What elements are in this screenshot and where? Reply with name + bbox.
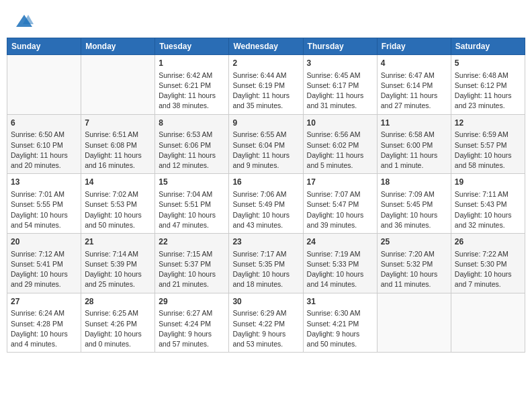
- calendar-cell: 29Sunrise: 6:27 AM Sunset: 4:24 PM Dayli…: [155, 293, 229, 353]
- day-info: Sunrise: 7:11 AM Sunset: 5:43 PM Dayligh…: [455, 189, 521, 230]
- day-info: Sunrise: 6:58 AM Sunset: 6:00 PM Dayligh…: [381, 130, 447, 171]
- day-number: 20: [11, 236, 77, 248]
- calendar-cell: 23Sunrise: 7:17 AM Sunset: 5:35 PM Dayli…: [229, 234, 303, 293]
- day-info: Sunrise: 6:47 AM Sunset: 6:14 PM Dayligh…: [381, 71, 447, 111]
- calendar-cell: 13Sunrise: 7:01 AM Sunset: 5:55 PM Dayli…: [7, 174, 81, 234]
- day-info: Sunrise: 6:44 AM Sunset: 6:19 PM Dayligh…: [232, 71, 299, 111]
- day-info: Sunrise: 6:50 AM Sunset: 6:10 PM Dayligh…: [11, 130, 77, 171]
- day-info: Sunrise: 6:45 AM Sunset: 6:17 PM Dayligh…: [307, 71, 373, 111]
- calendar-cell: 5Sunrise: 6:48 AM Sunset: 6:12 PM Daylig…: [451, 55, 525, 115]
- day-header-wednesday: Wednesday: [229, 38, 303, 55]
- day-number: 31: [307, 296, 373, 308]
- calendar-cell: 2Sunrise: 6:44 AM Sunset: 6:19 PM Daylig…: [229, 55, 303, 115]
- day-info: Sunrise: 7:17 AM Sunset: 5:35 PM Dayligh…: [232, 249, 299, 290]
- calendar-week-row: 27Sunrise: 6:24 AM Sunset: 4:28 PM Dayli…: [7, 293, 525, 353]
- day-number: 6: [11, 118, 77, 129]
- day-header-tuesday: Tuesday: [155, 38, 229, 55]
- calendar-cell: 1Sunrise: 6:42 AM Sunset: 6:21 PM Daylig…: [155, 55, 229, 115]
- logo-line1: [13, 12, 34, 31]
- day-number: 2: [232, 58, 299, 69]
- day-number: 29: [159, 296, 225, 308]
- day-info: Sunrise: 7:02 AM Sunset: 5:53 PM Dayligh…: [85, 189, 151, 230]
- page-header: [7, 7, 525, 34]
- day-info: Sunrise: 7:07 AM Sunset: 5:47 PM Dayligh…: [307, 189, 373, 230]
- day-number: 8: [159, 118, 225, 129]
- calendar-cell: 15Sunrise: 7:04 AM Sunset: 5:51 PM Dayli…: [155, 174, 229, 234]
- day-header-sunday: Sunday: [7, 38, 81, 55]
- day-number: 24: [307, 236, 373, 248]
- day-number: 4: [381, 58, 447, 69]
- day-number: 21: [85, 236, 151, 248]
- day-info: Sunrise: 6:24 AM Sunset: 4:28 PM Dayligh…: [11, 308, 77, 349]
- calendar-cell: 11Sunrise: 6:58 AM Sunset: 6:00 PM Dayli…: [377, 114, 451, 174]
- calendar-cell: 16Sunrise: 7:06 AM Sunset: 5:49 PM Dayli…: [229, 174, 303, 234]
- day-number: 23: [232, 236, 299, 248]
- day-info: Sunrise: 6:30 AM Sunset: 4:21 PM Dayligh…: [307, 308, 373, 349]
- calendar-cell: 25Sunrise: 7:20 AM Sunset: 5:32 PM Dayli…: [377, 234, 451, 293]
- calendar-cell: 4Sunrise: 6:47 AM Sunset: 6:14 PM Daylig…: [377, 55, 451, 115]
- calendar-table: SundayMondayTuesdayWednesdayThursdayFrid…: [7, 38, 525, 353]
- day-info: Sunrise: 6:53 AM Sunset: 6:06 PM Dayligh…: [159, 130, 225, 171]
- day-info: Sunrise: 7:01 AM Sunset: 5:55 PM Dayligh…: [11, 189, 77, 230]
- day-info: Sunrise: 6:56 AM Sunset: 6:02 PM Dayligh…: [307, 130, 373, 171]
- day-number: 17: [307, 177, 373, 188]
- calendar-cell: 18Sunrise: 7:09 AM Sunset: 5:45 PM Dayli…: [377, 174, 451, 234]
- calendar-week-row: 13Sunrise: 7:01 AM Sunset: 5:55 PM Dayli…: [7, 174, 525, 234]
- calendar-cell: 30Sunrise: 6:29 AM Sunset: 4:22 PM Dayli…: [229, 293, 303, 353]
- day-header-monday: Monday: [81, 38, 155, 55]
- day-info: Sunrise: 6:48 AM Sunset: 6:12 PM Dayligh…: [455, 71, 521, 111]
- calendar-cell: 12Sunrise: 6:59 AM Sunset: 5:57 PM Dayli…: [451, 114, 525, 174]
- logo-icon: [15, 12, 34, 31]
- day-header-friday: Friday: [377, 38, 451, 55]
- day-number: 27: [11, 296, 77, 308]
- day-number: 7: [85, 118, 151, 129]
- day-info: Sunrise: 7:12 AM Sunset: 5:41 PM Dayligh…: [11, 249, 77, 290]
- day-info: Sunrise: 6:29 AM Sunset: 4:22 PM Dayligh…: [232, 308, 299, 349]
- day-header-saturday: Saturday: [451, 38, 525, 55]
- calendar-cell: 7Sunrise: 6:51 AM Sunset: 6:08 PM Daylig…: [81, 114, 155, 174]
- day-number: 19: [455, 177, 521, 188]
- calendar-cell: 31Sunrise: 6:30 AM Sunset: 4:21 PM Dayli…: [303, 293, 377, 353]
- calendar-cell: 10Sunrise: 6:56 AM Sunset: 6:02 PM Dayli…: [303, 114, 377, 174]
- day-info: Sunrise: 7:14 AM Sunset: 5:39 PM Dayligh…: [85, 249, 151, 290]
- calendar-cell: 28Sunrise: 6:25 AM Sunset: 4:26 PM Dayli…: [81, 293, 155, 353]
- day-number: 28: [85, 296, 151, 308]
- day-number: 13: [11, 177, 77, 188]
- calendar-cell: [81, 55, 155, 115]
- day-header-thursday: Thursday: [303, 38, 377, 55]
- day-info: Sunrise: 7:22 AM Sunset: 5:30 PM Dayligh…: [455, 249, 521, 290]
- calendar-cell: 20Sunrise: 7:12 AM Sunset: 5:41 PM Dayli…: [7, 234, 81, 293]
- calendar-cell: 17Sunrise: 7:07 AM Sunset: 5:47 PM Dayli…: [303, 174, 377, 234]
- day-number: 9: [232, 118, 299, 129]
- calendar-cell: 27Sunrise: 6:24 AM Sunset: 4:28 PM Dayli…: [7, 293, 81, 353]
- day-info: Sunrise: 7:04 AM Sunset: 5:51 PM Dayligh…: [159, 189, 225, 230]
- calendar-cell: [377, 293, 451, 353]
- calendar-week-row: 6Sunrise: 6:50 AM Sunset: 6:10 PM Daylig…: [7, 114, 525, 174]
- day-number: 18: [381, 177, 447, 188]
- day-info: Sunrise: 6:25 AM Sunset: 4:26 PM Dayligh…: [85, 308, 151, 349]
- day-number: 12: [455, 118, 521, 129]
- day-info: Sunrise: 6:55 AM Sunset: 6:04 PM Dayligh…: [232, 130, 299, 171]
- calendar-cell: 26Sunrise: 7:22 AM Sunset: 5:30 PM Dayli…: [451, 234, 525, 293]
- calendar-header-row: SundayMondayTuesdayWednesdayThursdayFrid…: [7, 38, 525, 55]
- calendar-cell: [7, 55, 81, 115]
- day-number: 10: [307, 118, 373, 129]
- calendar-cell: 8Sunrise: 6:53 AM Sunset: 6:06 PM Daylig…: [155, 114, 229, 174]
- day-info: Sunrise: 7:09 AM Sunset: 5:45 PM Dayligh…: [381, 189, 447, 230]
- day-number: 16: [232, 177, 299, 188]
- day-info: Sunrise: 7:06 AM Sunset: 5:49 PM Dayligh…: [232, 189, 299, 230]
- day-number: 30: [232, 296, 299, 308]
- calendar-week-row: 1Sunrise: 6:42 AM Sunset: 6:21 PM Daylig…: [7, 55, 525, 115]
- calendar-week-row: 20Sunrise: 7:12 AM Sunset: 5:41 PM Dayli…: [7, 234, 525, 293]
- day-info: Sunrise: 6:59 AM Sunset: 5:57 PM Dayligh…: [455, 130, 521, 171]
- day-number: 5: [455, 58, 521, 69]
- day-number: 1: [159, 58, 225, 69]
- day-info: Sunrise: 6:51 AM Sunset: 6:08 PM Dayligh…: [85, 130, 151, 171]
- day-number: 3: [307, 58, 373, 69]
- day-info: Sunrise: 7:19 AM Sunset: 5:33 PM Dayligh…: [307, 249, 373, 290]
- day-number: 22: [159, 236, 225, 248]
- day-number: 15: [159, 177, 225, 188]
- day-info: Sunrise: 7:15 AM Sunset: 5:37 PM Dayligh…: [159, 249, 225, 290]
- day-number: 11: [381, 118, 447, 129]
- calendar-cell: 19Sunrise: 7:11 AM Sunset: 5:43 PM Dayli…: [451, 174, 525, 234]
